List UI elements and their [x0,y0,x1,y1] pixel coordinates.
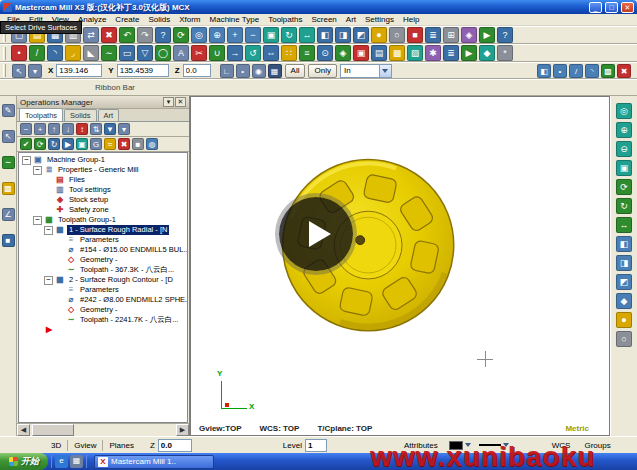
tree-expander-icon[interactable]: − [44,276,53,285]
select-last-icon[interactable]: ◉ [252,64,266,78]
tree-item-label[interactable]: Toolpath Group-1 [56,215,118,225]
tree-expander-icon[interactable]: − [44,226,53,235]
grid-icon[interactable]: ⊞ [443,27,459,43]
statusbar-z-input[interactable] [158,439,192,452]
video-play-button[interactable] [279,197,353,271]
xform-scale-icon[interactable]: ∷ [281,45,297,61]
entity-color-icon[interactable]: ■ [407,27,423,43]
statusbar-z-button[interactable]: Z [147,441,158,450]
xform-translate-icon[interactable]: → [227,45,243,61]
toolbar-grip[interactable] [3,64,6,77]
xform-offset-icon[interactable]: ≡ [299,45,315,61]
backplot-icon[interactable]: ▶ [461,45,477,61]
create-polygon-icon[interactable]: ▽ [137,45,153,61]
dynamic-rotate-icon[interactable]: ↻ [281,27,297,43]
shading-icon[interactable]: ● [371,27,387,43]
tree-item-label[interactable]: #242 - Ø8.00 ENDMILL2 SPHE... [78,295,188,305]
om-verify-icon[interactable]: ▣ [76,138,88,150]
scroll-right-icon[interactable]: ▶ [176,424,189,436]
point-mode-icon[interactable]: • [236,64,250,78]
right-gview-front-icon[interactable]: ◨ [616,255,632,271]
quick-mask-all-icon[interactable]: ◧ [537,64,551,78]
create-rectangle-icon[interactable]: ▭ [119,45,135,61]
curve-strip-icon[interactable]: ∼ [2,156,15,169]
start-button[interactable]: 开始 [0,453,48,470]
repaint-icon[interactable]: ⟳ [173,27,189,43]
analyze-entity-icon[interactable]: ? [155,27,171,43]
om-options-icon[interactable]: ▾ [118,123,130,135]
wireframe-icon[interactable]: ○ [389,27,405,43]
combo-dropdown-button[interactable] [379,65,391,77]
tree-item-op2-geometry[interactable]: ◇ Geometry - [19,305,187,315]
part-model[interactable] [191,97,609,435]
om-select-all-icon[interactable]: ✔ [20,138,32,150]
right-pan-icon[interactable]: ↔ [616,217,632,233]
level-manager-icon[interactable]: ≣ [425,27,441,43]
tree-item-op1[interactable]: − ▩ 1 - Surface Rough Radial - [N [19,225,187,235]
om-regen-selected-icon[interactable]: ⟳ [34,138,46,150]
graphics-viewport[interactable]: Y X Gview:TOP WCS: TOP T/Cplane: TOP Met… [190,96,610,436]
y-coord-input[interactable] [117,64,169,77]
z-coord-input[interactable] [183,64,211,77]
tree-item-label[interactable]: Safety zone [67,205,111,215]
tree-expander-icon[interactable]: − [33,216,42,225]
surface-strip-icon[interactable]: ▩ [2,182,15,195]
menu-machine-type[interactable]: Machine Type [207,15,263,24]
right-unzoom-icon[interactable]: ⊖ [616,141,632,157]
insert-arrow-icon[interactable]: ▶ [19,325,187,335]
operations-horizontal-scrollbar[interactable]: ◀ ▶ [17,423,189,436]
select-window-icon[interactable]: ▦ [268,64,282,78]
statusbar-3d-button[interactable]: 3D [48,441,64,450]
right-gview-iso-icon[interactable]: ◆ [616,293,632,309]
minimize-button[interactable]: _ [589,2,602,13]
surface-finish-toolpath-icon[interactable]: ▨ [407,45,423,61]
tree-item-label[interactable]: Geometry - [78,255,120,265]
x-coord-input[interactable] [56,64,102,77]
run-addin-icon[interactable]: ▶ [479,27,495,43]
close-button[interactable]: ✕ [621,2,634,13]
tree-item-properties[interactable]: − ≣ Properties - Generic Mill [19,165,187,175]
tree-item-op2[interactable]: − ▩ 2 - Surface Rough Contour - [D [19,275,187,285]
right-gview-top-icon[interactable]: ◧ [616,236,632,252]
clear-mask-icon[interactable]: ✖ [617,64,631,78]
tree-item-tool-settings[interactable]: ▥ Tool settings [19,185,187,195]
pan-icon[interactable]: ↔ [299,27,315,43]
un-zoom-icon[interactable]: − [245,27,261,43]
zoom-in-icon[interactable]: + [227,27,243,43]
om-filter-icon[interactable]: ▼ [104,123,116,135]
toolbar-grip[interactable] [3,47,6,60]
tree-item-machine-group[interactable]: − ▣ Machine Group-1 [19,155,187,165]
statusbar-level-button[interactable]: Level [280,441,305,450]
operations-manager-icon[interactable]: ≣ [443,45,459,61]
menu-settings[interactable]: Settings [362,15,397,24]
tab-solids[interactable]: Solids [64,109,96,121]
tree-item-files[interactable]: ▤ Files [19,175,187,185]
gview-iso-icon[interactable]: ◩ [353,27,369,43]
right-shade-icon[interactable]: ● [616,312,632,328]
create-fillet-icon[interactable]: ◞ [65,45,81,61]
taskbar-task-button[interactable]: X Mastercam Mill 1.. [94,455,214,469]
tree-item-toolpath-group[interactable]: − ▦ Toolpath Group-1 [19,215,187,225]
tree-item-label[interactable]: 2 - Surface Rough Contour - [D [67,275,175,285]
right-zoom-in-icon[interactable]: ⊕ [616,122,632,138]
fit-screen-icon[interactable]: ▣ [263,27,279,43]
statusbar-level-input[interactable] [305,439,327,452]
multiaxis-toolpath-icon[interactable]: ✱ [425,45,441,61]
tree-item-label[interactable]: 1 - Surface Rough Radial - [N [67,225,169,235]
tree-item-safety-zone[interactable]: ✚ Safety zone [19,205,187,215]
face-toolpath-icon[interactable]: ▤ [371,45,387,61]
xform-rotate-icon[interactable]: ↺ [245,45,261,61]
sketcher-icon[interactable]: ✎ [2,104,15,117]
om-toggle-path-icon[interactable]: ◍ [146,138,158,150]
tree-item-label[interactable]: Toolpath - 2241.7K - 八云白... [78,315,180,325]
om-move-down-icon[interactable]: ↓ [62,123,74,135]
autocursor-arrow-icon[interactable]: ↖ [12,64,26,78]
autocursor-config-icon[interactable]: ▾ [28,64,42,78]
gnomon-icon[interactable]: ∟ [220,64,234,78]
select-strip-icon[interactable]: ↖ [2,130,15,143]
om-regen-all-icon[interactable]: ↻ [48,138,60,150]
zoom-target-icon[interactable]: ⊕ [209,27,225,43]
quick-mask-lines-icon[interactable]: / [569,64,583,78]
om-backplot-icon[interactable]: ▶ [62,138,74,150]
quick-mask-arcs-icon[interactable]: ◝ [585,64,599,78]
